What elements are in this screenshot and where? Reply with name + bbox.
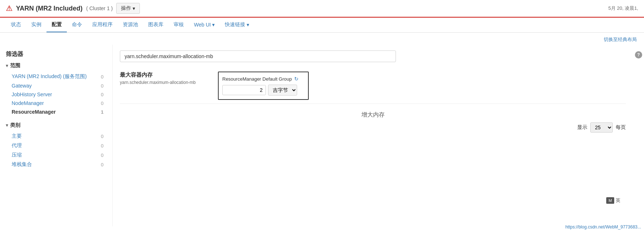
main-content: 筛选器 ▾ 范围 YARN (MR2 Included) (服务范围) 0 Ga…: [0, 45, 644, 226]
help-icon[interactable]: ?: [635, 51, 642, 58]
category-section-title[interactable]: ▾ 类别: [6, 122, 106, 129]
config-value-input[interactable]: [222, 85, 266, 95]
config-name: 最大容器内存: [120, 72, 211, 78]
badge-text: 英: [616, 197, 620, 204]
pagination-select[interactable]: 10 25 50 100: [590, 122, 613, 133]
right-sidebar: 显示 ?: [633, 45, 644, 226]
nav-item-apps[interactable]: 应用程序: [87, 18, 118, 32]
category-section: ▾ 类别 主要 0 代理 0 压缩 0 堆栈集合 0: [6, 122, 106, 169]
m-badge: M: [606, 197, 614, 204]
nav-item-chart-lib[interactable]: 图表库: [143, 18, 169, 32]
nav-item-audit[interactable]: 审核: [169, 18, 189, 32]
main-nav: 状态 实例 配置 命令 应用程序 资源池 图表库 审核 Web UI ▾ 快速链…: [0, 18, 644, 33]
classic-layout-link[interactable]: 切换至经典布局: [0, 33, 644, 45]
nav-item-status[interactable]: 状态: [6, 18, 26, 32]
sidebar-item-nodemanager[interactable]: NodeManager 0: [6, 99, 106, 108]
sidebar-item-yarn-service[interactable]: YARN (MR2 Included) (服务范围) 0: [6, 72, 106, 81]
action-button[interactable]: 操作 ▾: [116, 3, 140, 14]
config-input-row: 字节 千字节 兆字节 吉字节 太字节: [222, 85, 304, 96]
config-value-box: ResourceManager Default Group ↻ 字节 千字节 兆…: [218, 72, 309, 100]
display-label: 显示: [577, 124, 587, 131]
scope-section: ▾ 范围 YARN (MR2 Included) (服务范围) 0 Gatewa…: [6, 62, 106, 116]
app-title: YARN (MR2 Included): [16, 5, 82, 12]
sidebar-title: 筛选器: [6, 50, 106, 58]
header-left: ⚠ YARN (MR2 Included) ( Cluster 1 ) 操作 ▾: [6, 3, 140, 14]
nav-item-resource-pool[interactable]: 资源池: [118, 18, 143, 32]
sidebar-item-gateway[interactable]: Gateway 0: [6, 81, 106, 90]
footer-link[interactable]: https://blog.csdn.net/WebM_9773683...: [565, 224, 641, 226]
nav-item-quicklinks[interactable]: 快速链接 ▾: [220, 18, 254, 32]
config-group-title: ResourceManager Default Group ↻: [222, 76, 304, 82]
scope-section-title[interactable]: ▾ 范围: [6, 62, 106, 69]
pagination-bar: 显示 10 25 50 100 每页: [120, 119, 626, 136]
config-key: yarn.scheduler.maximum-allocation-mb: [120, 80, 211, 85]
scope-chevron-icon: ▾: [6, 63, 8, 68]
sidebar-item-proxy[interactable]: 代理 0: [6, 141, 106, 150]
header-timestamp: 5月 20, 凌晨1,: [608, 5, 638, 12]
nav-item-webui[interactable]: Web UI ▾: [189, 18, 220, 32]
search-bar: [120, 50, 626, 62]
nav-item-config[interactable]: 配置: [46, 18, 67, 32]
config-item: 最大容器内存 yarn.scheduler.maximum-allocation…: [120, 68, 626, 104]
sidebar-item-resourcemanager[interactable]: ResourceManager 1: [6, 108, 106, 116]
category-chevron-icon: ▾: [6, 123, 8, 128]
config-label-block: 最大容器内存 yarn.scheduler.maximum-allocation…: [120, 72, 211, 85]
increase-memory-label: 增大内存: [120, 111, 626, 119]
sidebar-item-heap-collection[interactable]: 堆栈集合 0: [6, 160, 106, 169]
nav-item-commands[interactable]: 命令: [67, 18, 87, 32]
refresh-icon[interactable]: ↻: [294, 76, 299, 82]
cluster-label: ( Cluster 1 ): [86, 5, 113, 11]
sidebar-item-main[interactable]: 主要 0: [6, 131, 106, 141]
search-input[interactable]: [120, 50, 396, 62]
error-icon: ⚠: [6, 4, 12, 13]
sidebar-item-compression[interactable]: 压缩 0: [6, 150, 106, 160]
sidebar-item-jobhistory[interactable]: JobHistory Server 0: [6, 90, 106, 99]
sidebar: 筛选器 ▾ 范围 YARN (MR2 Included) (服务范围) 0 Ga…: [0, 45, 113, 226]
nav-item-instances[interactable]: 实例: [26, 18, 46, 32]
content-area: 最大容器内存 yarn.scheduler.maximum-allocation…: [113, 45, 633, 226]
m-badge-area: M 英: [606, 197, 620, 204]
header: ⚠ YARN (MR2 Included) ( Cluster 1 ) 操作 ▾…: [0, 0, 644, 18]
config-unit-select[interactable]: 字节 千字节 兆字节 吉字节 太字节: [268, 85, 297, 96]
per-page-label: 每页: [616, 124, 626, 131]
